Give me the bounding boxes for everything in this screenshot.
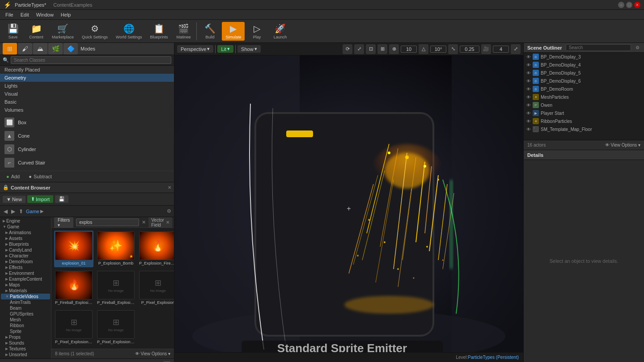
tree-particle-videos[interactable]: ▼ ParticleVideos [1, 294, 50, 299]
new-button[interactable]: ▼ New [3, 196, 25, 203]
breadcrumb-arrow[interactable]: ▶ [40, 209, 44, 214]
outliner-search-input[interactable] [566, 44, 631, 51]
show-btn[interactable]: Show ▾ [237, 45, 261, 53]
geo-curved-stair[interactable]: ⌐ Curved Stair [2, 156, 172, 169]
ol-item-7[interactable]: 👁 ▶ Player Start [524, 109, 644, 117]
tree-assets[interactable]: ▶ Assets [1, 236, 50, 241]
ol-item-3[interactable]: 👁 B BP_DemoDisplay_6 [524, 77, 644, 85]
tree-effects[interactable]: ▶ Effects [1, 265, 50, 270]
filter-vector-field[interactable]: Vector Field ✕ [148, 217, 172, 228]
tree-environment[interactable]: ▶ Environment [1, 270, 50, 276]
nav-back-btn[interactable]: ◀ [3, 207, 8, 215]
angle-value-input[interactable] [430, 46, 446, 53]
tree-sprite[interactable]: Sprite [1, 328, 50, 334]
ol-visibility-icon7[interactable]: 👁 [526, 111, 531, 116]
ol-visibility-icon5[interactable]: 👁 [526, 95, 531, 100]
ol-visibility-icon3[interactable]: 👁 [526, 79, 531, 84]
tree-character[interactable]: ▶ Character [1, 253, 50, 259]
tree-demoroom[interactable]: ▶ DemoRoom [1, 259, 50, 265]
nav-forward-btn[interactable]: ▶ [10, 207, 16, 215]
menu-help[interactable]: Help [57, 11, 75, 18]
save-button[interactable]: 💾 Save [2, 22, 24, 41]
launch-button[interactable]: 🚀 Launch [269, 22, 291, 41]
paint-mode-btn[interactable]: 🖌 [18, 43, 32, 55]
ol-item-5[interactable]: 👁 ✦ MeshParticles [524, 93, 644, 101]
asset-pixel-explosion[interactable]: ⊞ No Image P_Pixel_Explosion [138, 270, 174, 307]
asset-pixel-explosion-player[interactable]: ⊞ No Image P_Pixel_Explosion_Player [96, 309, 136, 346]
add-button[interactable]: ● Add [4, 173, 22, 180]
tree-textures[interactable]: ▶ Textures [1, 346, 50, 352]
grid-snap-btn[interactable]: ⊕ [389, 44, 399, 54]
geo-box[interactable]: ⬜ Box [2, 116, 172, 129]
geometry-mode-btn[interactable]: 🔷 [64, 43, 78, 55]
level-name[interactable]: ParticleTypes (Persistent) [468, 355, 519, 360]
scale-value-input[interactable] [460, 46, 479, 53]
nav-up-btn[interactable]: ⬆ [18, 207, 24, 215]
asset-pixel-explosion-enemy[interactable]: ⊞ No Image P_Pixel_Explosion_Enemy [54, 309, 93, 346]
grid-value-input[interactable] [401, 46, 417, 53]
foliage-mode-btn[interactable]: 🌿 [48, 43, 63, 55]
tree-ribbon[interactable]: Ribbon [1, 323, 50, 328]
minimize-btn[interactable]: − [618, 2, 624, 8]
tree-props[interactable]: ▶ Props [1, 334, 50, 340]
tree-animtrails[interactable]: AnimTrails [1, 299, 50, 305]
transform-btn[interactable]: ⟳ [343, 44, 352, 54]
place-mode-btn[interactable]: ⊞ [3, 43, 17, 55]
ol-item-0[interactable]: 👁 B BP_DemoDisplay_3 [524, 53, 644, 61]
camera-icon[interactable]: 🎥 [481, 44, 491, 54]
ol-visibility-icon9[interactable]: 👁 [526, 127, 531, 132]
content-button[interactable]: 📁 Content [25, 22, 47, 41]
ol-visibility-icon8[interactable]: 👁 [526, 119, 531, 124]
asset-fireball-explosion2[interactable]: ⊞ No Image P_Fireball_Explosion2 [96, 270, 136, 307]
geo-cylinder[interactable]: ⬡ Cylinder [2, 143, 172, 156]
tree-gpusprites[interactable]: GPUSprites [1, 311, 50, 317]
tree-candyland[interactable]: ▶ CandyLand [1, 247, 50, 253]
blueprints-button[interactable]: 📋 Blueprints [146, 22, 171, 41]
filter-clear-btn[interactable]: ✕ [142, 219, 146, 225]
vp-canvas[interactable]: Standard Sprite Emitter + [174, 55, 523, 362]
ol-item-4[interactable]: 👁 B BP_DemoRoom [524, 85, 644, 93]
tree-maps[interactable]: ▶ Maps [1, 282, 50, 288]
quick-settings-button[interactable]: ⚙ Quick Settings [78, 22, 111, 41]
cat-visual[interactable]: Visual [0, 90, 174, 98]
tree-materials[interactable]: ▶ Materials [1, 288, 50, 294]
grid-btn[interactable]: ⊞ [377, 44, 387, 54]
cat-basic[interactable]: Basic [0, 98, 174, 106]
tree-game[interactable]: ▼ Game [1, 224, 50, 230]
close-btn[interactable]: ✕ [634, 2, 640, 8]
ol-visibility-icon[interactable]: 👁 [526, 55, 531, 59]
filter-vf-close[interactable]: ✕ [166, 220, 169, 225]
vp-maximize-btn[interactable]: ⤢ [511, 44, 521, 54]
outliner-settings-icon[interactable]: ⚙ [635, 44, 640, 51]
save-all-button[interactable]: 💾 [55, 195, 68, 203]
ol-item-6[interactable]: 👁 P Owen [524, 101, 644, 109]
ol-item-9[interactable]: 👁 ⬛ SM_Template_Map_Floor [524, 125, 644, 133]
ol-item-8[interactable]: 👁 ✦ RibbonParticles [524, 117, 644, 125]
surface-btn[interactable]: ⊡ [366, 44, 376, 54]
tree-mesh[interactable]: Mesh [1, 317, 50, 323]
asset-explosion-bomb[interactable]: ✨ ★ P_Explosion_Bomb [96, 231, 136, 267]
ol-visibility-icon2[interactable]: 👁 [526, 71, 531, 76]
filter-search-input[interactable] [76, 219, 139, 226]
menu-window[interactable]: Window [33, 11, 57, 18]
asset-explosion-fireball[interactable]: 🔥 P_Explosion_Fireball [138, 231, 174, 267]
asset-fireball-explosion[interactable]: 🔥 P_Fireball_Explosion [54, 270, 93, 307]
tree-unsorted[interactable]: ▶ Unsorted [1, 352, 50, 358]
menu-file[interactable]: File [2, 11, 17, 18]
scale-btn[interactable]: ⤢ [354, 44, 364, 54]
cat-lights[interactable]: Lights [0, 82, 174, 90]
simulate-button[interactable]: ▶ Simulate [222, 22, 245, 41]
perspective-btn[interactable]: Perspective ▾ [177, 45, 213, 53]
build-button[interactable]: 🔨 Build [199, 22, 221, 41]
ol-item-2[interactable]: 👁 B BP_DemoDisplay_5 [524, 69, 644, 77]
ol-item-1[interactable]: 👁 B BP_DemoDisplay_4 [524, 61, 644, 69]
tree-animations[interactable]: ▶ Animations [1, 230, 50, 236]
play-button[interactable]: ▷ Play [246, 22, 268, 41]
outliner-view-options-btn[interactable]: 👁 View Options ▾ [605, 143, 640, 147]
ol-visibility-icon1[interactable]: 👁 [526, 63, 531, 67]
camera-speed-input[interactable] [493, 46, 509, 53]
tree-example-content[interactable]: ▶ ExampleContent [1, 276, 50, 282]
world-settings-button[interactable]: 🌐 World Settings [112, 22, 145, 41]
tree-sounds[interactable]: ▶ Sounds [1, 340, 50, 346]
lit-btn[interactable]: Lit ▾ [217, 45, 233, 53]
